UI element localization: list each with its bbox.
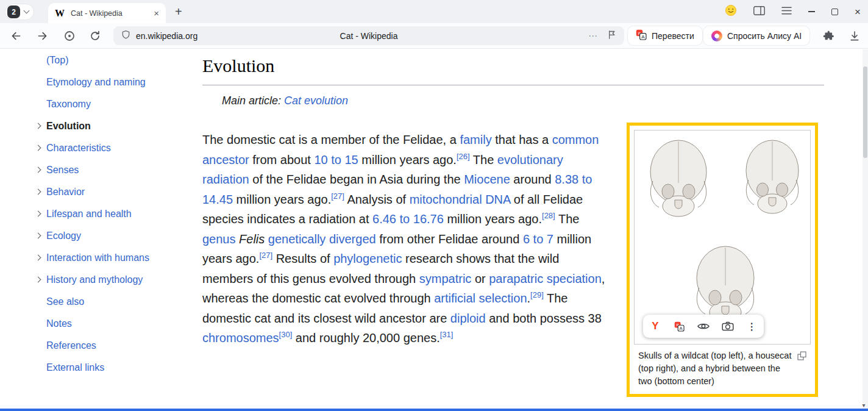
inline-link[interactable]: genus <box>202 232 236 246</box>
inline-link[interactable]: phylogenetic <box>333 252 402 265</box>
inline-link[interactable]: Miocene <box>464 173 510 186</box>
reference-sup: [31] <box>440 330 454 339</box>
tab-counter[interactable]: 2 <box>5 4 34 20</box>
toc-item[interactable]: See also <box>34 291 194 313</box>
toc-item-label[interactable]: Characteristics <box>46 143 111 154</box>
toc-item-label[interactable]: Notes <box>46 318 72 329</box>
chevron-right-icon[interactable] <box>35 255 41 261</box>
reference-link[interactable]: [30] <box>279 330 293 339</box>
chevron-right-icon[interactable] <box>35 277 41 283</box>
downloads-icon[interactable] <box>848 30 861 45</box>
chevron-right-icon[interactable] <box>35 211 41 217</box>
toc-item-label[interactable]: Interaction with humans <box>46 252 149 263</box>
reference-link[interactable]: [29] <box>530 290 544 299</box>
toc-item[interactable]: References <box>34 335 194 357</box>
scroll-down-arrow[interactable]: ▾ <box>860 402 867 409</box>
minimize-button[interactable] <box>808 11 815 12</box>
toc-item[interactable]: Evolution <box>34 115 194 137</box>
toc-item[interactable]: (Top) <box>34 49 194 71</box>
inline-link[interactable]: 6 to 7 <box>523 232 553 246</box>
chevron-right-icon[interactable] <box>35 145 41 151</box>
inline-link[interactable]: parapatric <box>489 272 543 285</box>
chevron-right-icon[interactable] <box>35 233 41 239</box>
toc-item-label[interactable]: External links <box>46 362 104 373</box>
toc-item[interactable]: History and mythology <box>34 269 194 291</box>
scrollbar-thumb[interactable] <box>863 66 867 158</box>
new-tab-button[interactable]: + <box>175 5 182 19</box>
reload-icon[interactable] <box>89 30 101 45</box>
toc-item-label[interactable]: Taxonomy <box>46 99 91 110</box>
reference-link[interactable]: [27] <box>331 191 344 201</box>
tab-count-badge[interactable]: 2 <box>7 5 20 18</box>
toc-item[interactable]: Notes <box>34 313 194 335</box>
toc-item-label[interactable]: References <box>46 340 96 351</box>
visual-search-icon[interactable] <box>717 316 738 337</box>
toc-item-label[interactable]: See also <box>46 296 84 307</box>
inline-link[interactable]: speciation <box>547 272 602 285</box>
toc-item[interactable]: External links <box>34 357 194 379</box>
toc-item-label[interactable]: Ecology <box>46 231 81 241</box>
toc-item[interactable]: Taxonomy <box>34 93 194 115</box>
inline-link[interactable]: diploid <box>450 312 486 325</box>
inline-link[interactable]: genetically diverged <box>268 232 376 246</box>
yandex-browser-icon[interactable] <box>63 30 76 45</box>
toc-item-label[interactable]: Behavior <box>46 187 85 198</box>
close-window-button[interactable]: × <box>855 7 861 17</box>
toc-item-label[interactable]: History and mythology <box>46 274 143 285</box>
menu-icon[interactable] <box>781 6 792 17</box>
eye-icon[interactable] <box>693 316 714 337</box>
ask-alice-button[interactable]: Спросить Алису AI <box>703 26 809 45</box>
browser-tab[interactable]: W Cat - Wikipedia × <box>48 3 166 23</box>
toc-item[interactable]: Behavior <box>34 181 194 203</box>
inline-link[interactable]: 8.38 to 14.45 <box>202 173 592 206</box>
hatnote-link[interactable]: Cat evolution <box>284 95 348 107</box>
highlighted-figure[interactable]: Y яA ⋮ <box>627 123 818 397</box>
skulls-image[interactable]: Y яA ⋮ <box>634 130 811 345</box>
smiley-icon[interactable] <box>725 4 737 19</box>
side-panels-icon[interactable] <box>753 6 765 18</box>
bookmark-flag-icon[interactable] <box>607 29 617 43</box>
toc-item-label[interactable]: Lifespan and health <box>46 209 132 220</box>
inline-link[interactable]: chromosomes <box>202 331 279 345</box>
toc-item-label[interactable]: Evolution <box>46 121 91 132</box>
yandex-icon[interactable]: Y <box>645 316 666 337</box>
toc-item[interactable]: Characteristics <box>34 137 194 159</box>
chevron-right-icon[interactable] <box>35 167 41 173</box>
toc-item-label[interactable]: Senses <box>46 165 79 176</box>
maximize-button[interactable] <box>831 9 838 15</box>
more-icon[interactable]: ⋯ <box>588 30 598 41</box>
scrollbar-track[interactable] <box>863 49 868 409</box>
reference-link[interactable]: [27] <box>259 251 272 260</box>
toc-item[interactable]: Ecology <box>34 225 194 247</box>
extensions-puzzle-icon[interactable] <box>822 30 834 45</box>
reference-link[interactable]: [26] <box>457 152 470 161</box>
reference-link[interactable]: [31] <box>440 330 454 339</box>
translate-icon[interactable]: яA <box>669 316 689 337</box>
inline-link[interactable]: 6.46 to 16.76 <box>372 212 444 226</box>
reference-link[interactable]: [28] <box>542 211 555 220</box>
reference-sup: [27] <box>259 251 272 260</box>
protect-shield-icon[interactable] <box>121 29 131 43</box>
chevron-right-icon[interactable] <box>35 123 41 129</box>
translate-button[interactable]: яA Перевести <box>628 26 702 45</box>
chevron-right-icon[interactable] <box>35 189 41 195</box>
address-bar[interactable]: en.wikipedia.org Cat - Wikipedia ⋯ <box>113 26 624 45</box>
toc-item[interactable]: Senses <box>34 159 194 181</box>
chevron-down-icon[interactable] <box>24 8 30 14</box>
inline-link[interactable]: sympatric <box>419 272 472 285</box>
back-icon[interactable] <box>10 30 22 45</box>
toc-item[interactable]: Etymology and naming <box>34 71 194 93</box>
inline-link[interactable]: artificial selection <box>434 291 527 305</box>
toc-item[interactable]: Lifespan and health <box>34 203 194 225</box>
inline-link[interactable]: mitochondrial DNA <box>410 193 511 206</box>
enlarge-icon[interactable] <box>797 351 806 364</box>
forward-icon[interactable] <box>37 30 49 45</box>
toc-item-label[interactable]: Etymology and naming <box>46 77 146 88</box>
inline-link[interactable]: family <box>460 133 491 146</box>
inline-link[interactable]: 10 to 15 <box>314 153 358 166</box>
tab-close-icon[interactable]: × <box>154 9 159 18</box>
toc-item-label[interactable]: (Top) <box>46 55 68 66</box>
toc-item[interactable]: Interaction with humans <box>34 247 194 269</box>
url-domain[interactable]: en.wikipedia.org <box>136 31 197 41</box>
more-icon[interactable]: ⋮ <box>741 316 762 337</box>
